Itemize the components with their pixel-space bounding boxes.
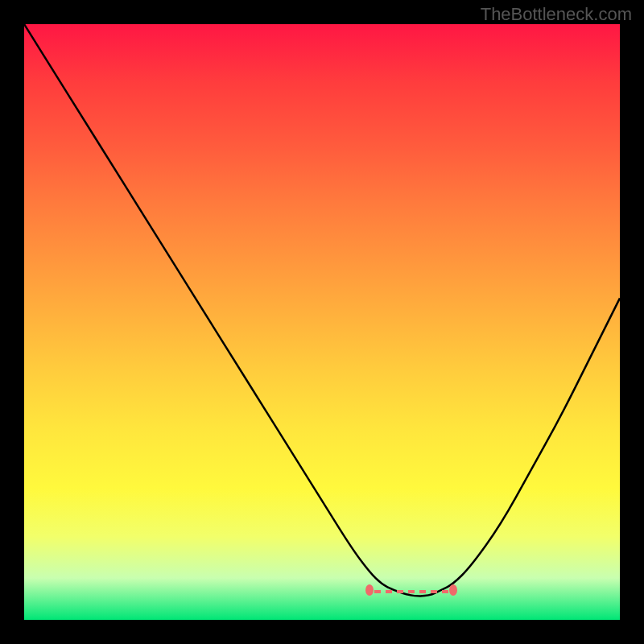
optimal-dashes bbox=[374, 590, 448, 593]
bottleneck-curve-path bbox=[24, 24, 620, 596]
optimal-end-marker bbox=[449, 584, 457, 596]
plot-area bbox=[24, 24, 620, 620]
optimal-start-marker bbox=[365, 584, 374, 596]
curve-svg bbox=[24, 24, 620, 620]
watermark-text: TheBottleneck.com bbox=[481, 4, 632, 25]
